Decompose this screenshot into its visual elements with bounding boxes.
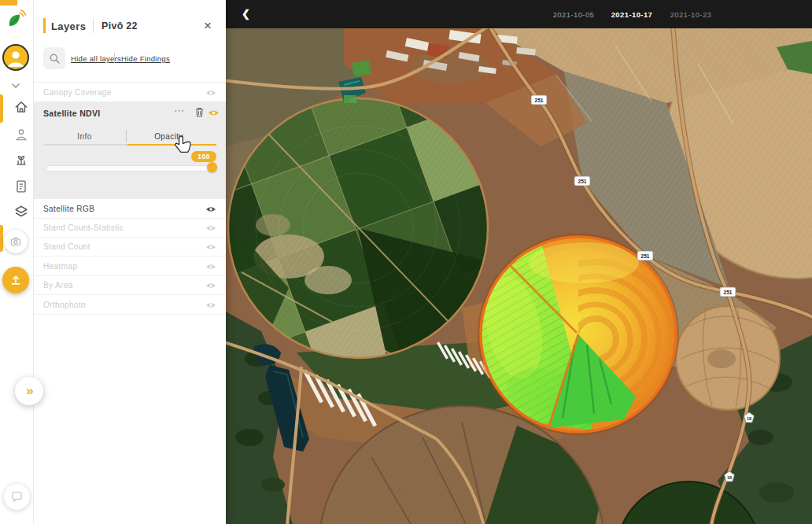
upload-button[interactable] — [2, 267, 29, 293]
satellite-map-canvas[interactable]: 251 251 251 251 18 — [226, 28, 812, 524]
drone-imagery-button[interactable] — [4, 230, 28, 253]
timeline-topbar: ❮ 2021-10-05 2021-10-17 2021-10-23 — [226, 0, 812, 28]
support-chat-button[interactable] — [4, 484, 30, 510]
date-tab-2-active[interactable]: 2021-10-17 — [604, 9, 659, 20]
active-indicator — [0, 225, 3, 252]
close-icon[interactable]: × — [202, 17, 213, 34]
svg-text:251: 251 — [724, 290, 733, 295]
svg-text:18: 18 — [747, 416, 751, 421]
ndvi-overlay-circle — [477, 234, 678, 434]
eye-icon-active[interactable] — [208, 108, 220, 120]
report-icon[interactable] — [9, 178, 24, 194]
opacity-slider-knob[interactable] — [207, 162, 217, 172]
more-options-icon[interactable]: ⋯ — [169, 104, 190, 117]
layer-row-stand-count[interactable]: Stand Count — [33, 237, 226, 256]
tab-divider — [126, 130, 127, 142]
brand-chip — [0, 0, 17, 6]
avatar[interactable] — [2, 44, 29, 71]
double-chevron-right-icon: » — [26, 383, 31, 399]
panel-title: Layers — [51, 20, 86, 32]
expand-panel-button[interactable]: » — [15, 377, 43, 405]
road-marker: 251 — [637, 251, 653, 260]
layer-row-by-area[interactable]: By Area — [33, 275, 226, 295]
layer-row-satellite-rgb[interactable]: Satellite RGB — [33, 199, 226, 219]
opacity-value-badge: 100 — [191, 151, 216, 162]
delete-layer-icon[interactable] — [195, 107, 204, 120]
home-icon[interactable] — [9, 98, 24, 114]
eye-icon[interactable] — [204, 261, 218, 271]
date-tab-1[interactable]: 2021-10-05 — [546, 9, 601, 20]
eye-icon[interactable] — [204, 87, 218, 98]
eye-icon[interactable] — [204, 204, 218, 214]
layer-row-canopy-coverage[interactable]: Canopy Coverage — [33, 83, 226, 102]
search-button[interactable] — [43, 47, 65, 69]
layer-row-stand-count-statistic[interactable]: Stand Count-Statistic — [33, 218, 226, 238]
hide-findings-link[interactable]: Hide Findings — [121, 54, 170, 63]
tab-info[interactable]: Info — [43, 131, 126, 142]
title-divider — [93, 19, 94, 33]
svg-text:251: 251 — [578, 179, 587, 184]
crop-circle-right-fallow — [676, 306, 780, 410]
layers-panel: Layers Pivô 22 × Hide all layers Hide Fi… — [33, 0, 226, 524]
panel-accent-bar — [43, 18, 46, 33]
field-name: Pivô 22 — [102, 20, 138, 31]
eye-icon[interactable] — [204, 300, 218, 310]
active-layer-card[interactable]: Satellite NDVI ⋯ Info Opacity 100 — [33, 101, 226, 199]
road-marker: 251 — [574, 176, 590, 186]
layer-row-orthophoto[interactable]: Orthophoto — [33, 295, 226, 315]
road-marker: 251 — [720, 287, 736, 297]
chevron-down-icon[interactable] — [10, 79, 21, 87]
date-tab-3[interactable]: 2021-10-23 — [663, 9, 718, 20]
road-marker: 251 — [531, 95, 547, 105]
icon-sidebar — [0, 0, 34, 524]
tab-opacity[interactable]: Opacity — [127, 131, 210, 142]
opacity-slider[interactable] — [46, 165, 214, 172]
svg-text:251: 251 — [535, 98, 544, 103]
layers-icon[interactable] — [9, 203, 24, 219]
field-crops-icon[interactable] — [9, 151, 24, 167]
svg-text:251: 251 — [641, 253, 650, 259]
svg-text:18: 18 — [727, 475, 732, 480]
active-indicator — [0, 94, 3, 123]
search-icon — [49, 53, 61, 65]
eye-icon[interactable] — [204, 223, 218, 233]
link-divider — [114, 53, 115, 63]
tab-active-underline — [127, 144, 216, 146]
active-layer-name: Satellite NDVI — [43, 109, 100, 118]
scouting-icon[interactable] — [9, 126, 24, 142]
eye-icon[interactable] — [204, 242, 218, 252]
map-area: ❮ 2021-10-05 2021-10-17 2021-10-23 — [226, 0, 812, 524]
app-window: » Layers Pivô 22 × Hide all layers Hide … — [0, 0, 812, 524]
layer-row-heatmap[interactable]: Heatmap — [33, 256, 226, 276]
eye-icon[interactable] — [204, 280, 218, 290]
leaf-logo-icon — [5, 8, 27, 30]
back-chevron-icon[interactable]: ❮ — [237, 7, 255, 20]
